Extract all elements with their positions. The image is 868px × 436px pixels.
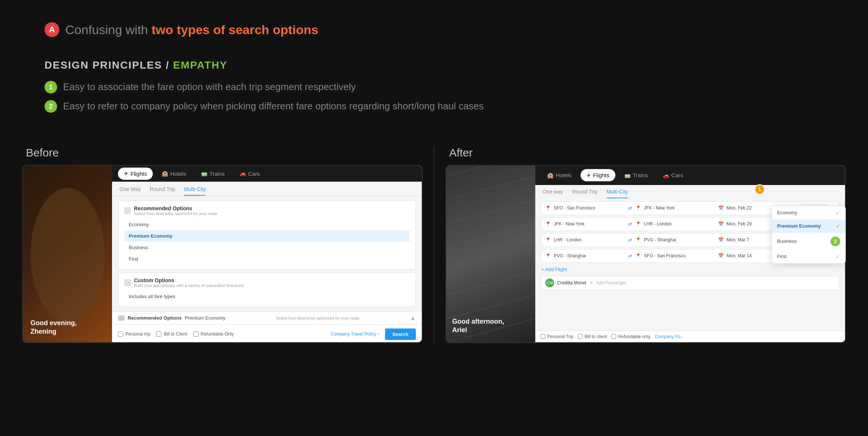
company-policy-link-after[interactable]: Company Po... (655, 334, 684, 339)
search-button-before[interactable]: Search (385, 328, 416, 340)
from-field-4[interactable]: PVG - Shanghai (554, 253, 625, 258)
nav-tab-cars-label-before: Cars (248, 171, 260, 177)
recommended-options-subtitle: Select from itineraries optimized for yo… (134, 211, 217, 216)
top-section: A Confusing with two types of search opt… (0, 0, 868, 139)
fare-option-economy[interactable]: Economy ✓ (772, 206, 845, 219)
principle-badge-1: 1 (45, 81, 57, 93)
trip-tab-roundtrip-before[interactable]: Round Trip (150, 186, 175, 196)
trip-tab-oneway-after[interactable]: One way (543, 189, 563, 198)
passenger-name: Creditta Monet (557, 280, 586, 285)
personal-trip-input[interactable] (118, 331, 123, 337)
nav-tab-trains-after[interactable]: 🚃 Trains (618, 169, 654, 181)
fare-option-business[interactable]: Business 2 (772, 233, 845, 250)
principle-item-2: 2 Easy to refer to company policy when p… (45, 99, 823, 113)
passenger-avatar: CM (545, 278, 554, 287)
swap-icon-4[interactable]: ⇄ (628, 253, 632, 259)
cal-icon-3: 📅 (718, 237, 724, 242)
location-icon-4a: 📍 (545, 253, 551, 258)
recommended-options-section: Recommended Options Select from itinerar… (118, 201, 416, 270)
location-icon-1b: 📍 (635, 205, 641, 211)
swap-icon-1[interactable]: ⇄ (628, 205, 632, 211)
nav-tab-cars-after[interactable]: 🚗 Cars (657, 169, 689, 181)
swap-icon-3[interactable]: ⇄ (628, 237, 632, 243)
before-nav: ✈ Flights 🏨 Hotels 🚃 Trains 🚗 (112, 166, 422, 182)
hotels-icon-before: 🏨 (162, 171, 168, 176)
street-overlay (446, 166, 535, 342)
bill-to-client-input-after[interactable] (578, 334, 583, 339)
add-flight-button[interactable]: + Add Flight (541, 265, 839, 274)
fare-economy-label: Economy (777, 210, 797, 215)
to-field-3[interactable]: PVG - Shanghai (644, 237, 715, 242)
bill-to-client-input[interactable] (156, 331, 161, 337)
checkbox-personal-trip-after[interactable]: Personal Trip (540, 334, 573, 339)
principle-text-2: Easy to refer to company policy when pic… (63, 99, 484, 113)
from-field-2[interactable]: JFK - New York (554, 221, 625, 227)
cal-icon-1: 📅 (718, 205, 724, 211)
badge-2: 2 (831, 237, 840, 246)
before-background: Good evening,Zhening (23, 166, 112, 343)
company-policy-link-before[interactable]: Company Travel Policy › (240, 331, 379, 337)
cal-icon-2: 📅 (718, 221, 724, 227)
after-bg-image (446, 166, 535, 342)
personal-trip-input-after[interactable] (540, 334, 545, 339)
checkbox-bill-to-client-after[interactable]: Bill to client (578, 334, 607, 339)
header-text: Confusing with two types of search optio… (65, 23, 318, 37)
bottom-bar-chevron[interactable]: ▲ (410, 315, 416, 321)
location-icon-3b: 📍 (635, 237, 641, 242)
fare-first-label: First (777, 254, 786, 259)
location-icon-4b: 📍 (635, 253, 641, 258)
option-all-fares[interactable]: Includes all fare types (124, 291, 410, 302)
before-bg-overlay (23, 166, 112, 343)
after-window-wrapper: Good afternoon,Ariel 🏨 Hotels ✈ (445, 165, 846, 343)
nav-tab-cars-before[interactable]: 🚗 Cars (234, 168, 266, 180)
nav-tab-hotels-before[interactable]: 🏨 Hotels (156, 168, 192, 180)
checkbox-personal-trip[interactable]: Personal trip (118, 331, 150, 337)
before-trip-tabs: One Way Round Trip Multi-City (112, 182, 422, 196)
refundable-only-input[interactable] (193, 331, 198, 337)
option-first[interactable]: First (124, 253, 410, 265)
trip-tab-multicity-before[interactable]: Multi-City (184, 186, 206, 196)
before-panel: Before Good evening,Zhening ✈ Flights (11, 146, 434, 343)
passenger-remove[interactable]: ✕ (589, 280, 593, 285)
swap-icon-2[interactable]: ⇄ (628, 221, 632, 227)
bottom-bar-left: Recommended Options Premium Economy (118, 315, 226, 321)
nav-tab-trains-before[interactable]: 🚃 Trains (195, 168, 231, 180)
option-economy[interactable]: Economy (124, 219, 410, 230)
header-prefix: Confusing with (65, 23, 151, 37)
to-field-1[interactable]: JFK - New York (644, 205, 715, 211)
after-background: Good afternoon,Ariel (446, 166, 535, 342)
from-field-1[interactable]: SFO - San Francisco (554, 205, 625, 211)
option-business[interactable]: Business (124, 242, 410, 253)
checkbox-refundable-only-after[interactable]: Refundable only (611, 334, 650, 339)
trains-icon-after: 🚃 (624, 172, 631, 178)
nav-tab-hotels-after[interactable]: 🏨 Hotels (541, 169, 578, 181)
fare-option-first[interactable]: First ✓ (772, 250, 845, 263)
cars-icon-before: 🚗 (240, 171, 246, 176)
trains-icon-before: 🚃 (201, 171, 207, 176)
nav-tab-flights-before[interactable]: ✈ Flights (118, 168, 153, 180)
from-field-3[interactable]: LHR - London (554, 237, 625, 242)
cal-icon-4: 📅 (718, 253, 724, 258)
checkbox-refundable-only[interactable]: Refundable Only (193, 331, 234, 337)
fare-option-premium-economy[interactable]: Premium Economy ✓ (772, 219, 845, 233)
location-icon-2a: 📍 (545, 221, 551, 227)
trip-tab-oneway-before[interactable]: One Way (119, 186, 141, 196)
nav-tab-flights-label-after: Flights (593, 172, 609, 178)
fare-premium-icon: ✓ (836, 223, 840, 229)
after-footer: Personal Trip Bill to client Refundable … (535, 331, 845, 342)
checkbox-bill-to-client[interactable]: Bill to Client (156, 331, 187, 337)
trip-tab-multicity-after[interactable]: Multi-City (606, 189, 628, 198)
trip-tab-roundtrip-after[interactable]: Round Trip (572, 189, 597, 198)
to-field-4[interactable]: SFO - San Francisco (644, 253, 715, 258)
after-panel: After Good afternoon,Ariel (434, 146, 857, 343)
fare-premium-economy-label: Premium Economy (777, 223, 821, 229)
refundable-only-input-after[interactable] (611, 334, 616, 339)
nav-tab-flights-after[interactable]: ✈ Flights (581, 169, 615, 181)
principle-text-1: Easy to associate the fare option with e… (63, 80, 356, 93)
principle-badge-2: 2 (45, 100, 57, 113)
add-passenger-field[interactable]: Add Passenger (596, 280, 835, 285)
option-premium-economy[interactable]: Premium Economy (124, 230, 410, 242)
before-footer: Personal trip Bill to Client Refundable … (112, 324, 422, 343)
bottom-bar-value: Premium Economy (185, 315, 226, 321)
to-field-2[interactable]: LHR - London (644, 221, 715, 227)
